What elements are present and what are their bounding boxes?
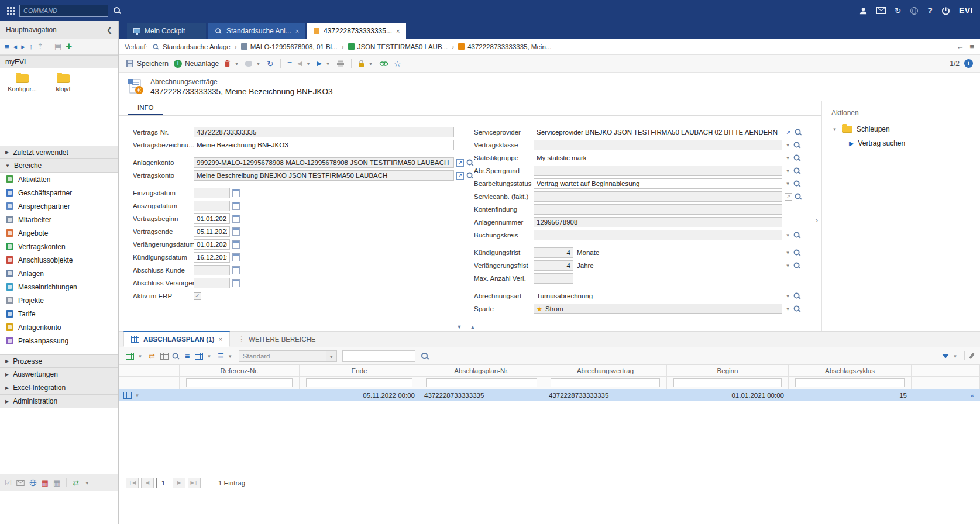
- sidebar-item-aktivitaeten[interactable]: Aktivitäten: [0, 173, 118, 186]
- info-icon[interactable]: i: [964, 59, 973, 68]
- vertrags-nr-input[interactable]: [194, 127, 454, 137]
- close-tab-icon[interactable]: ×: [295, 27, 299, 35]
- search-icon[interactable]: [795, 129, 802, 136]
- panel-expand-icon[interactable]: ›: [816, 216, 818, 225]
- search-icon[interactable]: [795, 193, 802, 201]
- view-preset-select[interactable]: Standard ▾: [239, 350, 337, 362]
- search-icon[interactable]: [793, 142, 801, 149]
- filter-referenz-input[interactable]: [186, 378, 293, 387]
- section-auswertungen[interactable]: ▶Auswertungen: [0, 368, 118, 381]
- sidebar-item-projekte[interactable]: Projekte: [0, 294, 118, 307]
- close-tab-icon[interactable]: ×: [218, 336, 222, 343]
- abschluss-versorger-input[interactable]: [194, 278, 230, 288]
- copy-page-icon[interactable]: ▤: [54, 43, 61, 50]
- history-back-icon[interactable]: ←: [956, 42, 964, 51]
- vertragsbeginn-input[interactable]: [194, 213, 230, 224]
- dropdown-icon[interactable]: ▾: [227, 353, 233, 359]
- action-vertrag-suchen[interactable]: ▶ Vertrag suchen: [831, 139, 971, 147]
- section-myevi[interactable]: myEVI: [0, 55, 118, 68]
- buchungskreis-input[interactable]: [534, 230, 782, 240]
- last-page-button[interactable]: ▶❘: [188, 478, 201, 488]
- next-page-button[interactable]: ▶: [173, 478, 185, 488]
- dropdown-icon[interactable]: ▾: [137, 353, 143, 359]
- dropdown-icon[interactable]: ▾: [84, 480, 90, 486]
- dropdown-icon[interactable]: ▾: [326, 350, 337, 362]
- dropdown-icon[interactable]: ▾: [952, 353, 958, 359]
- save-button[interactable]: Speichern: [126, 60, 169, 68]
- sidebar-item-anlagen[interactable]: Anlagen: [0, 267, 118, 280]
- filter-abschlagsplan-input[interactable]: [426, 378, 537, 387]
- sidebar-item-vertragskonten[interactable]: Vertragskonten: [0, 240, 118, 253]
- aktiv-im-erp-checkbox[interactable]: ✓: [194, 292, 201, 300]
- actions-group-schleupen[interactable]: ▾ Schleupen: [831, 125, 971, 133]
- dropdown-icon[interactable]: ▾: [785, 293, 791, 299]
- apps-grid-icon[interactable]: [7, 7, 15, 15]
- collapse-icon[interactable]: ▾: [831, 126, 838, 132]
- grid-search-icon[interactable]: [421, 352, 429, 360]
- kontenfindung-input[interactable]: [534, 204, 782, 215]
- search-in-table-button[interactable]: [160, 352, 180, 360]
- dropdown-icon[interactable]: ▾: [305, 61, 311, 67]
- search-icon[interactable]: [466, 159, 474, 167]
- tab-weitere-bereiche[interactable]: ⋮ WEITERE BEREICHE: [231, 331, 322, 347]
- menu-icon[interactable]: ≡: [185, 352, 190, 360]
- power-icon[interactable]: [941, 6, 950, 15]
- sidebar-collapse-icon[interactable]: ❮: [106, 26, 112, 34]
- list-menu-icon[interactable]: ≡: [287, 60, 292, 68]
- previous-record-button[interactable]: ◀▾: [297, 60, 311, 67]
- calendar-icon[interactable]: [232, 253, 240, 261]
- section-prozesse[interactable]: ▶Prozesse: [0, 354, 118, 368]
- abschluss-kunde-input[interactable]: [194, 265, 230, 275]
- section-excel-integration[interactable]: ▶Excel-Integration: [0, 381, 118, 395]
- calendar-icon[interactable]: [232, 227, 240, 236]
- anlagennummer-input[interactable]: [534, 217, 782, 227]
- table-row[interactable]: ▾ 05.11.2022 00:00 4372228733333335 4372…: [119, 389, 980, 401]
- new-folder-icon[interactable]: ✚: [66, 43, 72, 50]
- globe-icon[interactable]: [29, 479, 37, 487]
- dataset-button[interactable]: ▾: [245, 61, 262, 67]
- filter-abrechnungsvertrag-input[interactable]: [551, 378, 660, 387]
- collapse-up-icon[interactable]: ▲: [470, 324, 484, 330]
- tasks-icon[interactable]: ☑: [5, 479, 12, 487]
- breadcrumb-item[interactable]: JSON TESTFIRMA50 LAUB...: [348, 43, 448, 50]
- column-abschlagszyklus[interactable]: Abschlagszyklus: [789, 365, 912, 377]
- new-row-button[interactable]: ▾: [126, 353, 143, 360]
- dropdown-icon[interactable]: ▾: [785, 142, 791, 148]
- close-tab-icon[interactable]: ×: [396, 27, 400, 35]
- breadcrumb-item[interactable]: MALO-12995678908, 01 Bl...: [241, 43, 338, 50]
- list-view-button[interactable]: ☰▾: [218, 353, 233, 360]
- serviceanb-fakt-input[interactable]: [534, 191, 782, 202]
- calendar-icon[interactable]: [232, 279, 240, 287]
- search-icon[interactable]: [793, 305, 801, 313]
- calendar-icon[interactable]: [232, 189, 240, 197]
- scroll-left-icon[interactable]: «: [971, 392, 975, 399]
- sidebar-item-anlagenkonto[interactable]: Anlagenkonto: [0, 320, 118, 334]
- statistikgruppe-input[interactable]: [534, 153, 782, 163]
- open-detail-icon[interactable]: ↗: [456, 159, 464, 167]
- dropdown-icon[interactable]: ▾: [233, 61, 240, 67]
- dropdown-icon[interactable]: ▾: [367, 61, 374, 67]
- tab-vertrag[interactable]: 4372228733333335... ×: [307, 23, 406, 39]
- section-administration[interactable]: ▶Administration: [0, 395, 118, 408]
- tab-mein-cockpit[interactable]: Mein Cockpit: [127, 23, 206, 39]
- abrechnungsart-input[interactable]: [534, 291, 782, 301]
- filter-button[interactable]: ▾: [942, 353, 958, 359]
- kuendigungsfrist-input[interactable]: [534, 247, 573, 258]
- sidebar-item-messeinrichtungen[interactable]: Messeinrichtungen: [0, 280, 118, 294]
- mail-icon[interactable]: [876, 7, 886, 14]
- open-detail-icon[interactable]: ↗: [785, 193, 792, 201]
- calendar-red-icon[interactable]: ▦: [42, 479, 49, 487]
- filter-abschlagszyklus-input[interactable]: [795, 378, 905, 387]
- help-icon[interactable]: ?: [927, 6, 933, 15]
- dropdown-icon[interactable]: ▾: [134, 392, 140, 398]
- max-anzahl-verl-input[interactable]: [534, 273, 573, 284]
- sidebar-item-anschlussobjekte[interactable]: Anschlussobjekte: [0, 253, 118, 267]
- link-icon[interactable]: [379, 61, 388, 67]
- dropdown-icon[interactable]: ▾: [785, 155, 791, 161]
- dropdown-icon[interactable]: ▾: [325, 61, 331, 67]
- dropdown-icon[interactable]: ▾: [785, 181, 791, 187]
- calendar-icon[interactable]: [232, 202, 240, 210]
- breadcrumb-item[interactable]: 4372228733333335, Mein...: [458, 43, 551, 50]
- sidebar-item-ansprechpartner[interactable]: Ansprechpartner: [0, 199, 118, 213]
- vertragsbezeichnung-input[interactable]: [194, 140, 454, 150]
